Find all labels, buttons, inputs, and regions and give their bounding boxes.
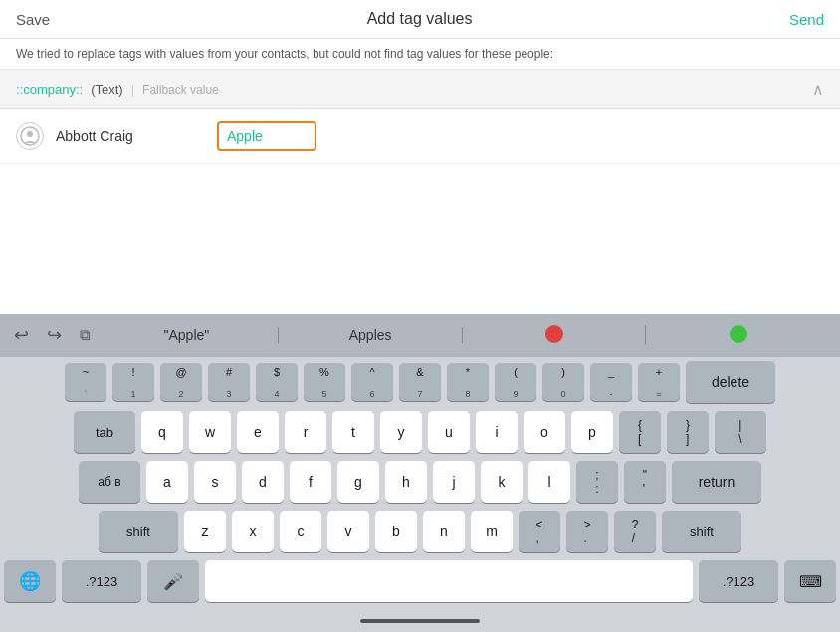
key-openparen[interactable]: (9 xyxy=(495,363,536,401)
clipboard-button[interactable]: ⧉ xyxy=(76,324,95,346)
key-v[interactable]: v xyxy=(327,511,369,552)
bottom-indicator xyxy=(0,610,840,632)
dotqmark-right-key[interactable]: .?123 xyxy=(699,560,778,602)
delete-key[interactable]: delete xyxy=(686,361,775,403)
contact-avatar xyxy=(16,122,44,150)
key-exclaim[interactable]: !1 xyxy=(112,363,154,401)
home-indicator xyxy=(360,619,480,623)
key-percent[interactable]: %5 xyxy=(304,363,345,401)
emoji-red-icon xyxy=(545,325,563,343)
key-e[interactable]: e xyxy=(237,411,279,453)
key-w[interactable]: w xyxy=(189,411,231,453)
key-plus[interactable]: += xyxy=(638,363,680,401)
key-d[interactable]: d xyxy=(242,461,284,503)
emoji-green-icon xyxy=(730,325,747,343)
key-asterisk[interactable]: *8 xyxy=(447,363,489,401)
redo-button[interactable]: ↪ xyxy=(43,322,66,348)
key-u[interactable]: u xyxy=(428,411,470,453)
key-l[interactable]: l xyxy=(528,461,570,503)
globe-key[interactable]: 🌐 xyxy=(4,560,56,602)
collapse-icon[interactable]: ∧ xyxy=(812,80,824,99)
suggestion-emoji-green[interactable] xyxy=(646,321,830,350)
tag-value-input[interactable] xyxy=(227,128,307,144)
tag-type: (Text) xyxy=(91,82,123,97)
key-j[interactable]: j xyxy=(433,461,475,503)
space-key[interactable] xyxy=(205,560,693,602)
suggestion-emoji-red[interactable] xyxy=(463,321,647,350)
key-b[interactable]: b xyxy=(375,511,417,552)
key-closebracket[interactable]: }] xyxy=(667,411,709,453)
autocomplete-bar: ↩ ↪ ⧉ "Apple" Apples xyxy=(0,314,840,357)
key-tilde[interactable]: ~` xyxy=(65,363,106,401)
tag-section-header[interactable]: ::company:: (Text) | Fallback value ∧ xyxy=(0,70,840,109)
keyboard-rows: ~` !1 @2 #3 $4 %5 ^6 &7 *8 (9 )0 _- += d… xyxy=(0,357,840,602)
asdf-row: аб в a s d f g h j k l ;: "' return xyxy=(4,461,836,503)
key-backslash[interactable]: |\ xyxy=(715,411,766,453)
number-row: ~` !1 @2 #3 $4 %5 ^6 &7 *8 (9 )0 _- += d… xyxy=(4,361,836,403)
shift-left-key[interactable]: shift xyxy=(99,511,178,552)
undo-button[interactable]: ↩ xyxy=(10,322,33,348)
page-title: Add tag values xyxy=(367,10,473,28)
mic-key[interactable]: 🎤 xyxy=(147,560,199,602)
space-row: 🌐 .?123 🎤 .?123 ⌨ xyxy=(4,560,836,602)
key-ampersand[interactable]: &7 xyxy=(399,363,441,401)
key-dollar[interactable]: $4 xyxy=(256,363,298,401)
key-f[interactable]: f xyxy=(290,461,331,503)
abc-key[interactable]: аб в xyxy=(79,461,140,503)
contact-row: Abbott Craig xyxy=(0,109,840,164)
key-caret[interactable]: ^6 xyxy=(351,363,393,401)
contact-name: Abbott Craig xyxy=(56,128,205,144)
key-gt[interactable]: >. xyxy=(566,511,608,552)
key-p[interactable]: p xyxy=(571,411,613,453)
key-r[interactable]: r xyxy=(285,411,326,453)
key-lt[interactable]: <, xyxy=(519,511,560,552)
notice-text: We tried to replace tags with values fro… xyxy=(16,47,553,61)
suggestion-apples[interactable]: Apples xyxy=(279,323,463,347)
key-at[interactable]: @2 xyxy=(160,363,202,401)
key-z[interactable]: z xyxy=(184,511,226,552)
key-underscore[interactable]: _- xyxy=(590,363,632,401)
key-s[interactable]: s xyxy=(194,461,236,503)
key-question[interactable]: ?/ xyxy=(614,511,656,552)
key-o[interactable]: o xyxy=(524,411,565,453)
autocomplete-tools: ↩ ↪ ⧉ xyxy=(10,322,95,348)
key-quote[interactable]: "' xyxy=(624,461,666,503)
save-button[interactable]: Save xyxy=(16,11,50,28)
key-k[interactable]: k xyxy=(481,461,523,503)
shift-right-key[interactable]: shift xyxy=(662,511,741,552)
tag-fallback-label: Fallback value xyxy=(142,83,219,97)
key-q[interactable]: q xyxy=(141,411,183,453)
top-bar: Save Add tag values Send xyxy=(0,0,840,39)
suggestion-apple-quoted[interactable]: "Apple" xyxy=(95,323,279,347)
send-button[interactable]: Send xyxy=(789,11,824,28)
dotqmark-left-key[interactable]: .?123 xyxy=(62,560,141,602)
key-t[interactable]: t xyxy=(332,411,374,453)
zxcv-row: shift z x c v b n m <, >. ?/ shift xyxy=(4,511,836,552)
keyboard-area: ↩ ↪ ⧉ "Apple" Apples ~` !1 @2 #3 $4 %5 ^… xyxy=(0,314,840,632)
autocomplete-suggestions: "Apple" Apples xyxy=(95,321,830,350)
key-y[interactable]: y xyxy=(380,411,422,453)
key-n[interactable]: n xyxy=(423,511,465,552)
key-i[interactable]: i xyxy=(476,411,518,453)
key-c[interactable]: c xyxy=(280,511,321,552)
key-semicolon[interactable]: ;: xyxy=(576,461,618,503)
key-x[interactable]: x xyxy=(232,511,274,552)
tag-section-info: ::company:: (Text) | Fallback value xyxy=(16,82,219,97)
key-m[interactable]: m xyxy=(471,511,513,552)
notice-bar: We tried to replace tags with values fro… xyxy=(0,39,840,70)
key-closeparen[interactable]: )0 xyxy=(542,363,584,401)
key-g[interactable]: g xyxy=(337,461,379,503)
svg-point-1 xyxy=(27,131,33,137)
key-hash[interactable]: #3 xyxy=(208,363,250,401)
content-area xyxy=(0,164,840,328)
tag-value-input-wrapper[interactable] xyxy=(217,121,316,151)
key-a[interactable]: a xyxy=(146,461,188,503)
key-openbracket[interactable]: {[ xyxy=(619,411,661,453)
tab-key[interactable]: tab xyxy=(74,411,135,453)
tag-name: ::company:: xyxy=(16,82,83,97)
keyboard-key[interactable]: ⌨ xyxy=(784,560,836,602)
key-h[interactable]: h xyxy=(385,461,427,503)
qwerty-row: tab q w e r t y u i o p {[ }] |\ xyxy=(4,411,836,453)
return-key[interactable]: return xyxy=(672,461,761,503)
